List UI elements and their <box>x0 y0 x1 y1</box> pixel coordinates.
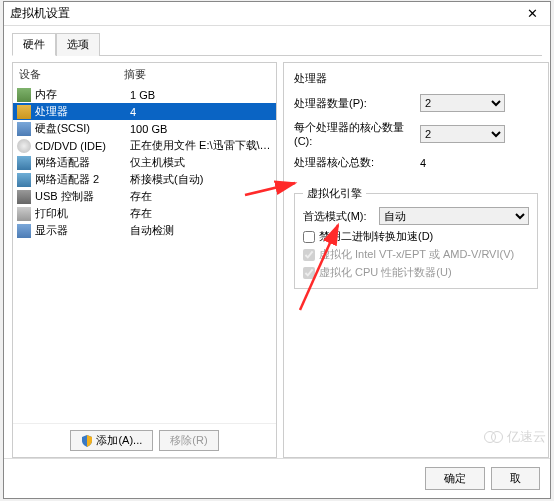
disable-binary-translation-label: 禁用二进制转换加速(D) <box>319 229 433 244</box>
hardware-row[interactable]: 打印机存在 <box>13 205 276 222</box>
device-icon <box>17 156 31 170</box>
ok-button[interactable]: 确定 <box>425 467 485 490</box>
hardware-row[interactable]: USB 控制器存在 <box>13 188 276 205</box>
processor-section-title: 处理器 <box>294 71 538 86</box>
add-button[interactable]: 添加(A)... <box>70 430 153 451</box>
virtualize-perf-counters-checkbox <box>303 267 315 279</box>
hardware-row[interactable]: CD/DVD (IDE)正在使用文件 E:\迅雷下载\CentOS-... <box>13 137 276 154</box>
processor-count-label: 处理器数量(P): <box>294 96 414 111</box>
device-name: 网络适配器 <box>35 155 130 170</box>
watermark: 亿速云 <box>489 428 546 446</box>
titlebar: 虚拟机设置 ✕ <box>4 2 550 26</box>
hardware-row[interactable]: 显示器自动检测 <box>13 222 276 239</box>
remove-button[interactable]: 移除(R) <box>159 430 218 451</box>
device-summary: 存在 <box>130 189 272 204</box>
hardware-buttons: 添加(A)... 移除(R) <box>13 423 276 457</box>
column-summary: 摘要 <box>124 67 270 82</box>
device-icon <box>17 224 31 238</box>
cores-per-processor-label: 每个处理器的核心数量(C): <box>294 120 414 147</box>
remove-button-label: 移除(R) <box>170 433 207 448</box>
device-name: 打印机 <box>35 206 130 221</box>
device-summary: 桥接模式(自动) <box>130 172 272 187</box>
hardware-list[interactable]: 内存1 GB处理器4硬盘(SCSI)100 GBCD/DVD (IDE)正在使用… <box>13 86 276 423</box>
virtualize-vt-checkbox <box>303 249 315 261</box>
virtualize-vt-label: 虚拟化 Intel VT-x/EPT 或 AMD-V/RVI(V) <box>319 247 514 262</box>
device-summary: 4 <box>130 106 272 118</box>
device-summary: 正在使用文件 E:\迅雷下载\CentOS-... <box>130 138 272 153</box>
device-name: 显示器 <box>35 223 130 238</box>
device-name: CD/DVD (IDE) <box>35 140 130 152</box>
device-summary: 自动检测 <box>130 223 272 238</box>
device-icon <box>17 139 31 153</box>
disable-binary-translation-checkbox[interactable] <box>303 231 315 243</box>
device-name: 处理器 <box>35 104 130 119</box>
cores-per-processor-select[interactable]: 2 <box>420 125 505 143</box>
body: 设备 摘要 内存1 GB处理器4硬盘(SCSI)100 GBCD/DVD (ID… <box>12 62 542 458</box>
hardware-list-header: 设备 摘要 <box>13 63 276 86</box>
device-icon <box>17 88 31 102</box>
virtualization-engine-title: 虚拟化引擎 <box>303 186 366 201</box>
device-icon <box>17 190 31 204</box>
processor-count-select[interactable]: 2 <box>420 94 505 112</box>
tab-hardware[interactable]: 硬件 <box>12 33 56 56</box>
shield-icon <box>81 435 93 447</box>
hardware-row[interactable]: 内存1 GB <box>13 86 276 103</box>
vm-settings-dialog: 虚拟机设置 ✕ 硬件 选项 设备 摘要 内存1 GB处理器4硬盘(SCSI)10… <box>3 1 551 499</box>
device-name: USB 控制器 <box>35 189 130 204</box>
add-button-label: 添加(A)... <box>96 433 142 448</box>
tab-options[interactable]: 选项 <box>56 33 100 56</box>
device-summary: 仅主机模式 <box>130 155 272 170</box>
device-icon <box>17 207 31 221</box>
detail-panel: 处理器 处理器数量(P): 2 每个处理器的核心数量(C): 2 处理器核心总数… <box>283 62 549 458</box>
hardware-row[interactable]: 网络适配器 2桥接模式(自动) <box>13 171 276 188</box>
preferred-mode-label: 首选模式(M): <box>303 209 373 224</box>
preferred-mode-select[interactable]: 自动 <box>379 207 529 225</box>
virtualization-engine-group: 虚拟化引擎 首选模式(M): 自动 禁用二进制转换加速(D) 虚拟化 Intel… <box>294 186 538 289</box>
device-name: 内存 <box>35 87 130 102</box>
device-summary: 1 GB <box>130 89 272 101</box>
virtualize-perf-counters-label: 虚拟化 CPU 性能计数器(U) <box>319 265 452 280</box>
device-icon <box>17 105 31 119</box>
hardware-row[interactable]: 处理器4 <box>13 103 276 120</box>
tabs: 硬件 选项 <box>12 32 542 56</box>
device-summary: 存在 <box>130 206 272 221</box>
hardware-row[interactable]: 硬盘(SCSI)100 GB <box>13 120 276 137</box>
dialog-title: 虚拟机设置 <box>10 5 70 22</box>
cancel-button[interactable]: 取 <box>491 467 540 490</box>
watermark-text: 亿速云 <box>507 428 546 446</box>
content-area: 硬件 选项 设备 摘要 内存1 GB处理器4硬盘(SCSI)100 GBCD/D… <box>4 26 550 458</box>
hardware-panel: 设备 摘要 内存1 GB处理器4硬盘(SCSI)100 GBCD/DVD (ID… <box>12 62 277 458</box>
device-name: 网络适配器 2 <box>35 172 130 187</box>
footer: 确定 取 <box>4 458 550 498</box>
total-cores-value: 4 <box>420 157 500 169</box>
hardware-row[interactable]: 网络适配器仅主机模式 <box>13 154 276 171</box>
device-icon <box>17 122 31 136</box>
device-icon <box>17 173 31 187</box>
device-summary: 100 GB <box>130 123 272 135</box>
column-device: 设备 <box>19 67 124 82</box>
close-icon[interactable]: ✕ <box>520 4 544 24</box>
device-name: 硬盘(SCSI) <box>35 121 130 136</box>
total-cores-label: 处理器核心总数: <box>294 155 414 170</box>
